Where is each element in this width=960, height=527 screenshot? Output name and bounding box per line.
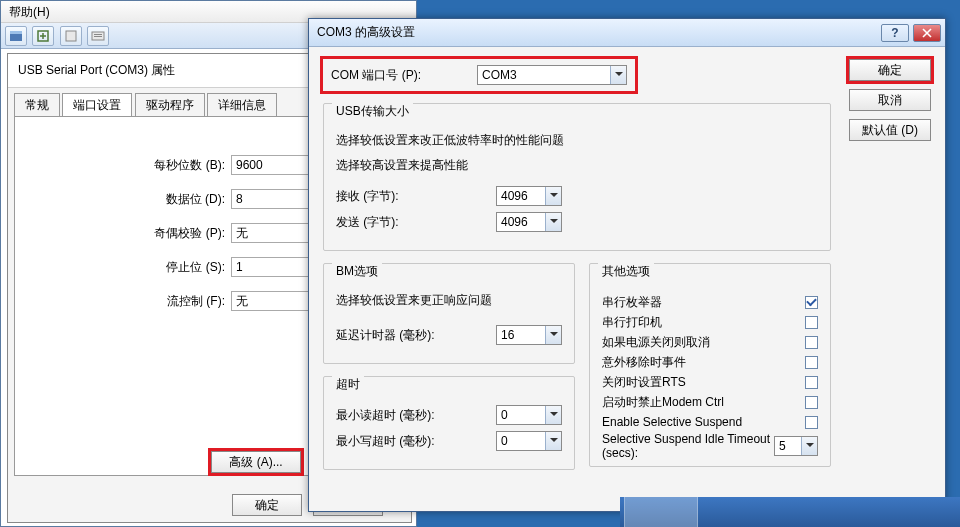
write-timeout-value: 0	[501, 434, 508, 448]
other-option-label: 串行打印机	[602, 314, 662, 331]
flow-control-select[interactable]: 无	[231, 291, 309, 311]
usb-transfer-group: USB传输大小 选择较低设置来改正低波特率时的性能问题 选择较高设置来提高性能 …	[323, 103, 831, 251]
other-option-label: 意外移除时事件	[602, 354, 686, 371]
other-option-row: 串行打印机	[602, 312, 818, 332]
dialog-button-column: 确定 取消 默认值 (D)	[849, 59, 931, 141]
bm-legend: BM选项	[332, 263, 382, 280]
other-legend: 其他选项	[598, 263, 654, 280]
tx-select[interactable]: 4096	[496, 212, 562, 232]
defaults-button[interactable]: 默认值 (D)	[849, 119, 931, 141]
bm-note: 选择较低设置来更正响应问题	[336, 292, 562, 309]
cancel-button[interactable]: 取消	[849, 89, 931, 111]
flow-control-label: 流控制 (F):	[15, 293, 231, 310]
other-option-row: 关闭时设置RTS	[602, 372, 818, 392]
svg-rect-6	[94, 36, 102, 37]
parity-label: 奇偶校验 (P):	[15, 225, 231, 242]
tx-label: 发送 (字节):	[336, 214, 496, 231]
rx-label: 接收 (字节):	[336, 188, 496, 205]
other-option-checkbox[interactable]	[805, 416, 818, 429]
other-option-row: 意外移除时事件	[602, 352, 818, 372]
other-option-checkbox[interactable]	[805, 376, 818, 389]
svg-rect-1	[10, 31, 22, 34]
other-options-group: 其他选项 串行枚举器串行打印机如果电源关闭则取消意外移除时事件关闭时设置RTS启…	[589, 263, 831, 467]
write-timeout-select[interactable]: 0	[496, 431, 562, 451]
com-port-select[interactable]: COM3	[477, 65, 627, 85]
usb-note-1: 选择较低设置来改正低波特率时的性能问题	[336, 132, 818, 149]
tab-details[interactable]: 详细信息	[207, 93, 277, 117]
data-bits-label: 数据位 (D):	[15, 191, 231, 208]
com-port-label: COM 端口号 (P):	[331, 67, 477, 84]
other-option-checkbox[interactable]	[805, 296, 818, 309]
ok-button-highlight: 确定	[849, 59, 931, 81]
chevron-down-icon	[610, 66, 626, 84]
data-bits-select[interactable]: 8	[231, 189, 309, 209]
close-icon	[922, 28, 932, 38]
timeout-legend: 超时	[332, 376, 364, 393]
rx-value: 4096	[501, 189, 528, 203]
latency-select[interactable]: 16	[496, 325, 562, 345]
baud-label: 每秒位数 (B):	[15, 157, 231, 174]
latency-value: 16	[501, 328, 514, 342]
svg-rect-3	[66, 31, 76, 41]
write-timeout-label: 最小写超时 (毫秒):	[336, 433, 496, 450]
usb-note-2: 选择较高设置来提高性能	[336, 157, 818, 174]
chevron-down-icon	[545, 406, 561, 424]
other-option-row: 串行枚举器	[602, 292, 818, 312]
other-option-label: Enable Selective Suspend	[602, 415, 742, 429]
properties-ok-button[interactable]: 确定	[232, 494, 302, 516]
idle-timeout-label: Selective Suspend Idle Timeout (secs):	[602, 432, 774, 460]
tx-value: 4096	[501, 215, 528, 229]
help-button[interactable]: ?	[881, 24, 909, 42]
ok-button[interactable]: 确定	[849, 59, 931, 81]
other-option-row: 启动时禁止Modem Ctrl	[602, 392, 818, 412]
baud-select[interactable]: 9600	[231, 155, 309, 175]
timeout-group: 超时 最小读超时 (毫秒): 0 最小写超时 (毫秒): 0	[323, 376, 575, 470]
other-option-checkbox[interactable]	[805, 316, 818, 329]
latency-label: 延迟计时器 (毫秒):	[336, 327, 496, 344]
com-port-value: COM3	[482, 68, 517, 82]
close-button[interactable]	[913, 24, 941, 42]
other-option-label: 关闭时设置RTS	[602, 374, 686, 391]
advanced-settings-dialog: COM3 的高级设置 ? COM 端口号 (P): COM3 USB传输大小	[308, 18, 946, 512]
read-timeout-select[interactable]: 0	[496, 405, 562, 425]
chevron-down-icon	[545, 326, 561, 344]
menu-help[interactable]: 帮助(H)	[9, 5, 50, 19]
other-option-label: 串行枚举器	[602, 294, 662, 311]
toolbar-button-2[interactable]	[32, 26, 54, 46]
advanced-button-highlight: 高级 (A)...	[211, 451, 301, 473]
stop-bits-label: 停止位 (S):	[15, 259, 231, 276]
com-port-highlight: COM 端口号 (P): COM3	[323, 59, 635, 91]
bm-options-group: BM选项 选择较低设置来更正响应问题 延迟计时器 (毫秒): 16	[323, 263, 575, 364]
other-option-label: 启动时禁止Modem Ctrl	[602, 394, 724, 411]
rx-select[interactable]: 4096	[496, 186, 562, 206]
toolbar-button-1[interactable]	[5, 26, 27, 46]
idle-timeout-select[interactable]: 5	[774, 436, 818, 456]
svg-rect-5	[94, 34, 102, 35]
other-option-checkbox[interactable]	[805, 336, 818, 349]
toolbar-button-4[interactable]	[87, 26, 109, 46]
chevron-down-icon	[545, 432, 561, 450]
usb-transfer-legend: USB传输大小	[332, 103, 413, 120]
titlebar: COM3 的高级设置 ?	[309, 19, 945, 47]
parity-select[interactable]: 无	[231, 223, 309, 243]
read-timeout-label: 最小读超时 (毫秒):	[336, 407, 496, 424]
taskbar-active-item[interactable]	[624, 497, 698, 527]
tab-driver[interactable]: 驱动程序	[135, 93, 205, 117]
stop-bits-select[interactable]: 1	[231, 257, 309, 277]
read-timeout-value: 0	[501, 408, 508, 422]
other-option-checkbox[interactable]	[805, 356, 818, 369]
other-option-row: 如果电源关闭则取消	[602, 332, 818, 352]
chevron-down-icon	[545, 187, 561, 205]
other-option-row: Enable Selective Suspend	[602, 412, 818, 432]
other-option-label: 如果电源关闭则取消	[602, 334, 710, 351]
advanced-button[interactable]: 高级 (A)...	[211, 451, 301, 473]
other-option-checkbox[interactable]	[805, 396, 818, 409]
idle-timeout-value: 5	[779, 439, 786, 453]
dialog-title: COM3 的高级设置	[309, 24, 881, 41]
tab-port-settings[interactable]: 端口设置	[62, 93, 132, 117]
chevron-down-icon	[801, 437, 817, 455]
tab-general[interactable]: 常规	[14, 93, 60, 117]
chevron-down-icon	[545, 213, 561, 231]
toolbar-button-3[interactable]	[60, 26, 82, 46]
